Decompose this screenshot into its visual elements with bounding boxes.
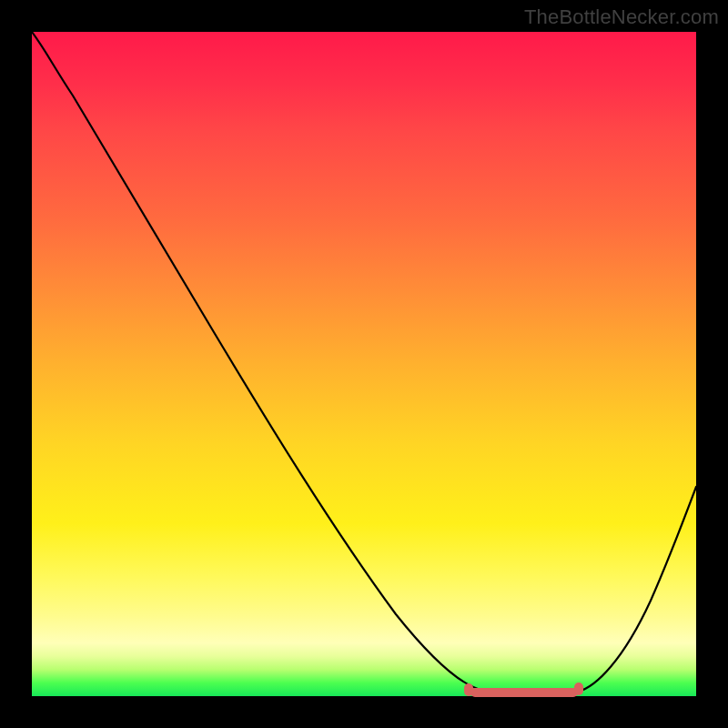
bottleneck-curve (32, 32, 696, 696)
marker-right-dot (574, 682, 583, 695)
optimal-range-marker (470, 688, 578, 697)
watermark-text: TheBottleNecker.com (524, 5, 719, 29)
curve-path (32, 32, 696, 693)
plot-area (32, 32, 696, 696)
chart-container: TheBottleNecker.com (0, 0, 728, 728)
